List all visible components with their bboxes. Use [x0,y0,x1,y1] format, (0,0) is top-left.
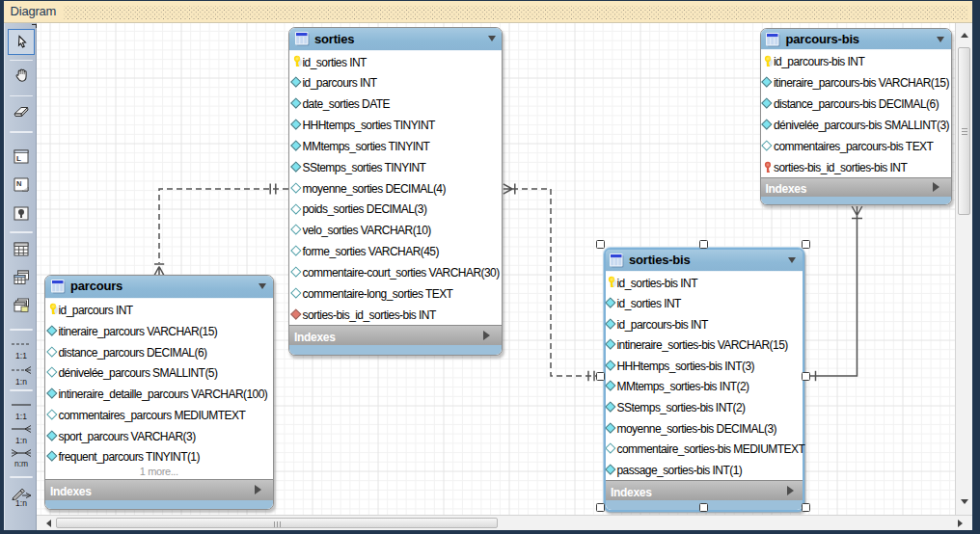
svg-text:N: N [16,179,21,188]
svg-text:L: L [16,154,21,163]
